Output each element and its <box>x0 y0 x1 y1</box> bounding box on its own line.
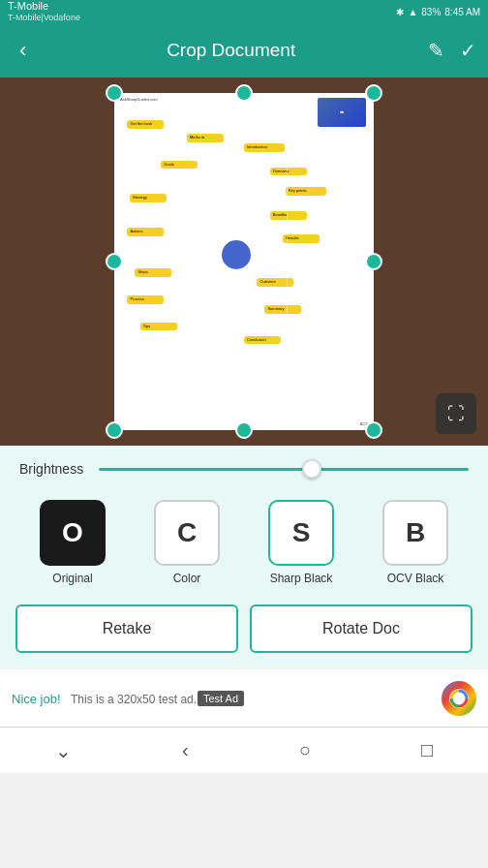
back-button[interactable]: ‹ <box>12 30 34 71</box>
edit-icon[interactable]: ✎ <box>428 39 444 62</box>
handle-top-center[interactable] <box>235 84 253 102</box>
filter-ocv-black-label: OCV Black <box>387 572 444 585</box>
handle-bottom-right[interactable] <box>365 421 382 439</box>
document-preview: AskSharpGuides.com 📖 Get the book Introd… <box>114 93 374 430</box>
handle-mid-left[interactable] <box>106 253 123 270</box>
filter-sharp-black-label: Sharp Black <box>270 572 333 585</box>
handle-top-right[interactable] <box>365 84 382 102</box>
nav-recent-button[interactable]: □ <box>402 731 452 769</box>
handle-bottom-left[interactable] <box>106 421 123 439</box>
mind-node-5: Benefits <box>270 211 307 220</box>
mind-node-11: Steps <box>135 268 171 277</box>
carrier-info: T-Mobile T-Mobile|Vodafone <box>8 0 80 23</box>
bottom-controls: Brightness O Original C Color S Sharp Bl… <box>0 446 488 727</box>
mind-node-14: Outcome <box>257 278 293 287</box>
carrier-name: T-Mobile <box>8 0 80 13</box>
fullscreen-button[interactable]: ⛶ <box>436 393 476 434</box>
filter-original[interactable]: O Original <box>40 500 106 585</box>
filter-sharp-black[interactable]: S Sharp Black <box>268 500 334 585</box>
filter-row: O Original C Color S Sharp Black B OCV B… <box>0 492 488 601</box>
rotate-doc-button[interactable]: Rotate Doc <box>250 604 473 653</box>
filter-color[interactable]: C Color <box>154 500 220 585</box>
crop-overlay: AskSharpGuides.com 📖 Get the book Introd… <box>0 78 488 446</box>
ad-description-text: This is a 320x50 test ad. <box>71 693 197 706</box>
filter-color-label: Color <box>173 572 201 585</box>
retake-button[interactable]: Retake <box>15 604 238 653</box>
crop-container: AskSharpGuides.com 📖 Get the book Introd… <box>0 78 488 446</box>
network-name: T-Mobile|Vodafone <box>8 13 80 23</box>
signal-icon: ▲ <box>408 7 417 17</box>
status-icons: ✱ ▲ 83% 8:45 AM <box>396 7 480 17</box>
filter-ocv-black[interactable]: B OCV Black <box>382 500 448 585</box>
mind-node-8: Goals <box>161 161 198 170</box>
filter-sharp-black-icon: S <box>268 500 334 566</box>
brightness-row: Brightness <box>0 446 488 492</box>
nav-down-button[interactable]: ⌄ <box>36 731 91 770</box>
brightness-slider[interactable] <box>99 468 469 471</box>
nav-back-button[interactable]: ‹ <box>163 731 208 769</box>
crop-box[interactable]: AskSharpGuides.com 📖 Get the book Introd… <box>114 93 374 430</box>
confirm-icon[interactable]: ✓ <box>460 39 476 62</box>
mind-node-1: Get the book <box>127 120 164 129</box>
battery-text: 83% <box>421 7 441 17</box>
mind-node-12: Process <box>127 295 164 304</box>
top-nav: ‹ Crop Document ✎ ✓ <box>0 23 488 78</box>
fullscreen-icon: ⛶ <box>447 404 465 424</box>
bottom-nav-bar: ⌄ ‹ ○ □ <box>0 727 488 773</box>
mind-node-15: Summary <box>264 305 301 314</box>
mind-node-16: Conclusion <box>244 336 281 345</box>
mind-node-6: Results <box>283 234 320 243</box>
bluetooth-icon: ✱ <box>396 7 404 17</box>
ad-banner: Nice job! This is a 320x50 test ad. Test… <box>0 668 488 727</box>
action-buttons: Retake Rotate Doc <box>0 601 488 668</box>
page-title: Crop Document <box>167 40 295 61</box>
nav-actions: ✎ ✓ <box>428 39 476 62</box>
ad-text-group: Nice job! This is a 320x50 test ad. Test… <box>12 690 430 707</box>
mind-node-2: Introduction <box>244 143 285 152</box>
ad-nice-job-text: Nice job! <box>12 692 61 706</box>
mind-node-7: Methods <box>187 134 224 142</box>
ad-logo-icon <box>442 681 476 716</box>
handle-bottom-center[interactable] <box>235 421 253 439</box>
filter-original-label: Original <box>52 572 92 585</box>
mind-map-center <box>222 240 251 269</box>
nav-home-button[interactable]: ○ <box>280 731 330 769</box>
mind-node-13: Tips <box>140 323 177 331</box>
brightness-label: Brightness <box>19 461 87 477</box>
mind-node-4: Key points <box>286 187 326 196</box>
status-bar: T-Mobile T-Mobile|Vodafone ✱ ▲ 83% 8:45 … <box>0 0 488 23</box>
ad-badge: Test Ad <box>198 691 244 706</box>
mind-node-10: Actions <box>127 228 164 236</box>
doc-header-image: 📖 <box>318 98 366 127</box>
filter-ocv-black-icon: B <box>382 500 448 566</box>
doc-header-text: AskSharpGuides.com <box>120 97 158 103</box>
slider-thumb[interactable] <box>302 459 321 479</box>
filter-original-icon: O <box>40 500 106 566</box>
mind-node-9: Strategy <box>130 194 167 202</box>
filter-color-icon: C <box>154 500 220 566</box>
mind-node-3: Overview <box>270 168 307 176</box>
time-display: 8:45 AM <box>444 7 480 17</box>
handle-mid-right[interactable] <box>365 253 382 270</box>
handle-top-left[interactable] <box>106 84 123 102</box>
